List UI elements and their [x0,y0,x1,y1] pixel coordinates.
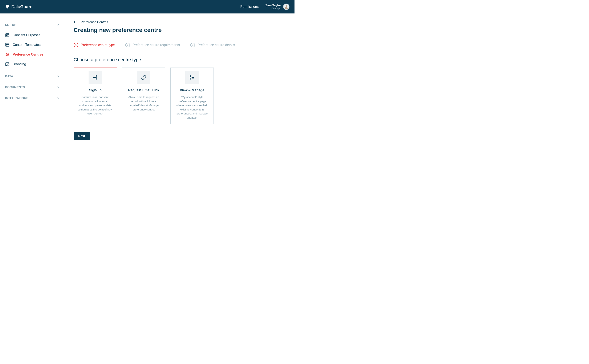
card-request-email-link[interactable]: Request Email Link Allow users to reques… [122,68,165,124]
step-label: Preference centre requirements [133,43,180,47]
chevron-down-icon [57,74,60,78]
sidebar-section-label: DOCUMENTS [5,85,25,89]
step-number: 3 [190,43,195,47]
svg-rect-19 [190,76,191,76]
step-number: 2 [125,43,130,47]
svg-point-3 [8,34,8,35]
network-icon [5,52,10,57]
sidebar-section-setup: SET UP Consent Purposes Content Template… [5,21,60,69]
breadcrumb[interactable]: Preference Centres [74,20,286,24]
step-type[interactable]: 1 Preference centre type [74,43,115,47]
brand-text: DataGuard [11,4,32,9]
arrow-left-icon [74,21,78,24]
chevron-up-icon [57,23,60,26]
card-title: Request Email Link [128,88,159,92]
user-text: Sam Taylor Data App [265,4,281,10]
svg-point-11 [7,55,8,56]
card-sign-up[interactable]: Sign-up Capture initial consent, communi… [74,68,117,124]
sidebar-item-content-templates[interactable]: Content Templates [5,40,60,50]
app-header: DataGuard Permissions Sam Taylor Data Ap… [0,0,295,13]
sidebar-section-header-integrations[interactable]: INTEGRATIONS [5,94,60,102]
brand-icon [5,4,10,9]
sliders-icon [5,33,10,38]
step-requirements[interactable]: 2 Preference centre requirements [125,43,180,47]
permissions-link[interactable]: Permissions [240,5,259,9]
type-cards: Sign-up Capture initial consent, communi… [74,68,286,124]
step-number: 1 [74,43,78,47]
sidebar-section-data: DATA [5,72,60,80]
avatar [283,4,290,10]
link-icon [137,71,150,84]
sidebar-section-label: INTEGRATIONS [5,96,28,100]
sidebar-section-integrations: INTEGRATIONS [5,94,60,102]
sidebar-section-header-setup[interactable]: SET UP [5,21,60,29]
chevron-down-icon [57,96,60,100]
svg-point-5 [6,35,7,36]
sidebar-section-label: DATA [5,74,13,78]
card-title: View & Manage [180,88,204,92]
stepper: 1 Preference centre type 2 Preference ce… [74,43,286,47]
sidebar-item-preference-centres[interactable]: Preference Centres [5,50,60,59]
main-content: Preference Centres Creating new preferen… [65,13,295,182]
user-app: Data App [265,7,281,10]
next-button[interactable]: Next [74,132,90,140]
list-icon [185,71,199,84]
sidebar-item-branding[interactable]: Branding [5,59,60,69]
sidebar-section-label: SET UP [5,23,16,26]
svg-rect-6 [6,43,9,46]
svg-point-12 [8,55,9,56]
card-desc: Capture initial consent, communication e… [78,95,113,116]
svg-point-0 [285,5,287,7]
brand-logo[interactable]: DataGuard [5,4,32,9]
svg-rect-23 [190,78,191,79]
sidebar-section-header-data[interactable]: DATA [5,72,60,80]
sidebar-item-label: Preference Centres [13,52,44,56]
sidebar-item-label: Branding [13,62,26,66]
sidebar-section-header-documents[interactable]: DOCUMENTS [5,83,60,91]
chevron-right-icon [184,44,187,46]
card-title: Sign-up [89,88,102,92]
step-label: Preference centre type [81,43,115,47]
user-menu[interactable]: Sam Taylor Data App [265,4,290,10]
sidebar: SET UP Consent Purposes Content Template… [0,13,65,182]
user-name: Sam Taylor [265,4,281,7]
svg-rect-1 [6,34,9,37]
section-title: Choose a preference centre type [74,57,286,63]
sidebar-item-consent-purposes[interactable]: Consent Purposes [5,30,60,40]
chevron-right-icon [119,44,122,46]
step-label: Preference centre details [198,43,235,47]
svg-point-10 [6,55,7,56]
card-desc: "My-account" style preference centre pag… [174,95,210,120]
step-details[interactable]: 3 Preference centre details [190,43,235,47]
layout-icon [5,43,10,47]
card-desc: Allow users to request an email with a l… [126,95,161,111]
edit-icon [5,62,10,66]
sidebar-section-documents: DOCUMENTS [5,83,60,91]
card-view-manage[interactable]: View & Manage "My-account" style prefere… [170,68,214,124]
svg-rect-21 [190,77,191,78]
sidebar-item-label: Content Templates [13,43,41,47]
sign-in-icon [89,71,102,84]
sidebar-item-label: Consent Purposes [13,33,40,37]
page-title: Creating new preference centre [74,27,286,33]
breadcrumb-label: Preference Centres [81,20,108,24]
chevron-down-icon [57,85,60,89]
